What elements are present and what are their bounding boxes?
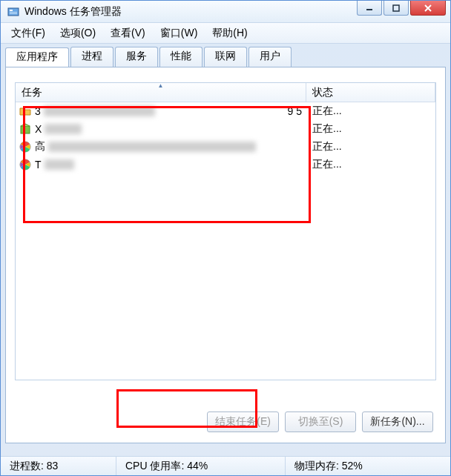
task-status: 正在... bbox=[306, 140, 435, 153]
menu-file[interactable]: 文件(F) bbox=[4, 24, 53, 42]
applications-listview[interactable]: ▲ 任务 状态 3 9 5 正在... bbox=[15, 82, 436, 380]
task-suffix: 9 5 bbox=[288, 105, 302, 117]
redacted-text bbox=[48, 142, 256, 152]
end-task-button[interactable]: 结束任务(E) bbox=[207, 411, 279, 432]
action-buttons: 结束任务(E) 切换至(S) 新任务(N)... bbox=[207, 411, 433, 432]
table-row[interactable]: 3 9 5 正在... bbox=[16, 102, 435, 120]
svg-rect-3 bbox=[10, 13, 17, 14]
status-memory: 物理内存: 52% bbox=[286, 457, 372, 475]
applications-panel: ▲ 任务 状态 3 9 5 正在... bbox=[5, 67, 446, 443]
menu-view[interactable]: 查看(V) bbox=[103, 24, 153, 42]
table-row[interactable]: T 正在... bbox=[16, 156, 435, 173]
new-task-button[interactable]: 新任务(N)... bbox=[362, 411, 433, 432]
task-status: 正在... bbox=[306, 158, 435, 171]
sort-indicator-up-icon: ▲ bbox=[158, 82, 164, 89]
redacted-text bbox=[45, 124, 82, 134]
svg-rect-8 bbox=[21, 126, 30, 133]
listview-header: ▲ 任务 状态 bbox=[16, 83, 435, 102]
statusbar: 进程数: 83 CPU 使用率: 44% 物理内存: 52% bbox=[1, 456, 450, 475]
window-controls bbox=[357, 1, 446, 16]
close-button[interactable] bbox=[410, 1, 446, 16]
menu-options[interactable]: 选项(O) bbox=[53, 24, 103, 42]
redacted-text bbox=[45, 159, 74, 170]
minimize-button[interactable] bbox=[357, 1, 382, 16]
table-row[interactable]: 高 正在... bbox=[16, 138, 435, 156]
column-status[interactable]: 状态 bbox=[306, 83, 435, 102]
svg-rect-1 bbox=[10, 10, 13, 11]
tab-networking[interactable]: 联网 bbox=[204, 47, 247, 67]
color-wheel-icon bbox=[19, 158, 32, 171]
task-manager-window: Windows 任务管理器 文件(F) 选项(O) 查看(V) 窗口(W) 帮助… bbox=[0, 0, 451, 476]
tab-users[interactable]: 用户 bbox=[248, 47, 292, 67]
column-task[interactable]: ▲ 任务 bbox=[16, 83, 306, 102]
app-icon bbox=[7, 5, 20, 19]
task-name: X bbox=[35, 123, 42, 135]
task-name: T bbox=[35, 159, 42, 171]
task-name: 高 bbox=[35, 140, 45, 153]
folder-icon bbox=[19, 105, 32, 118]
switch-to-button[interactable]: 切换至(S) bbox=[285, 411, 356, 432]
status-cpu: CPU 使用率: 44% bbox=[116, 457, 286, 475]
column-status-label: 状态 bbox=[312, 86, 333, 99]
tab-performance[interactable]: 性能 bbox=[159, 47, 203, 67]
tab-processes[interactable]: 进程 bbox=[70, 47, 113, 67]
box-icon bbox=[19, 122, 32, 136]
menubar: 文件(F) 选项(O) 查看(V) 窗口(W) 帮助(H) bbox=[1, 23, 450, 44]
tab-services[interactable]: 服务 bbox=[115, 47, 158, 67]
titlebar[interactable]: Windows 任务管理器 bbox=[1, 1, 450, 23]
tab-applications[interactable]: 应用程序 bbox=[5, 47, 69, 67]
maximize-button[interactable] bbox=[383, 1, 409, 16]
task-status: 正在... bbox=[306, 105, 435, 118]
status-processes: 进程数: 83 bbox=[1, 457, 116, 475]
svg-rect-2 bbox=[10, 12, 17, 13]
task-status: 正在... bbox=[306, 122, 435, 136]
listview-rows: 3 9 5 正在... X 正在... bbox=[16, 102, 435, 173]
redacted-text bbox=[44, 106, 155, 116]
tab-strip: 应用程序 进程 服务 性能 联网 用户 bbox=[1, 44, 450, 67]
menu-windows[interactable]: 窗口(W) bbox=[153, 24, 205, 42]
window-title: Windows 任务管理器 bbox=[24, 5, 122, 19]
svg-rect-5 bbox=[393, 5, 399, 11]
menu-help[interactable]: 帮助(H) bbox=[205, 24, 254, 42]
table-row[interactable]: X 正在... bbox=[16, 120, 435, 138]
color-wheel-icon bbox=[19, 140, 32, 153]
task-name: 3 bbox=[35, 105, 41, 117]
column-task-label: 任务 bbox=[22, 86, 42, 99]
